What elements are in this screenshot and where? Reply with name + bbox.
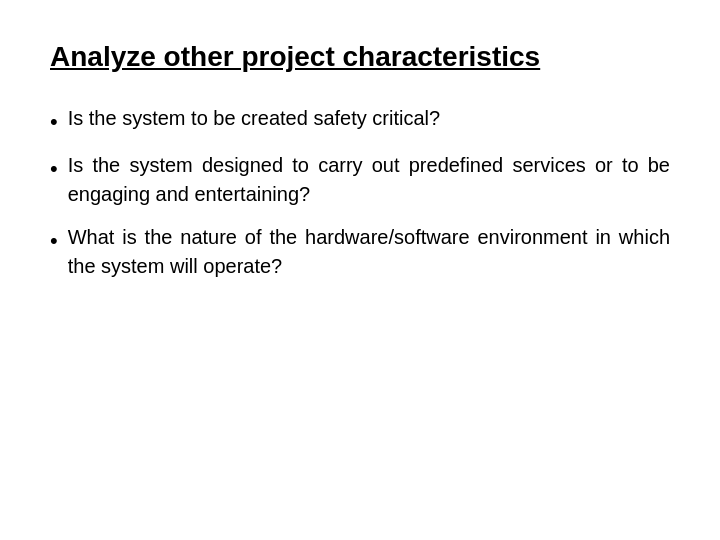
slide-title: Analyze other project characteristics bbox=[50, 40, 670, 74]
list-item: • What is the nature of the hardware/sof… bbox=[50, 223, 670, 281]
bullet-dot-1: • bbox=[50, 106, 58, 138]
bullet-list: • Is the system to be created safety cri… bbox=[50, 104, 670, 282]
list-item: • Is the system designed to carry out pr… bbox=[50, 151, 670, 209]
bullet-text-2: Is the system designed to carry out pred… bbox=[68, 151, 670, 209]
bullet-text-1: Is the system to be created safety criti… bbox=[68, 104, 670, 133]
bullet-text-3: What is the nature of the hardware/softw… bbox=[68, 223, 670, 281]
bullet-dot-3: • bbox=[50, 225, 58, 257]
list-item: • Is the system to be created safety cri… bbox=[50, 104, 670, 138]
bullet-dot-2: • bbox=[50, 153, 58, 185]
slide-container: Analyze other project characteristics • … bbox=[0, 0, 720, 540]
